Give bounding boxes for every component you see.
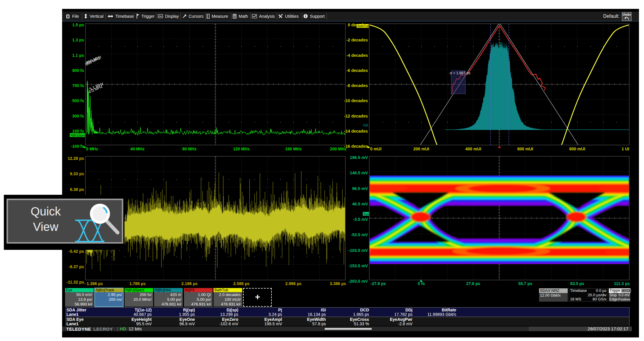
- svg-text:RjBUjSpect: RjBUjSpect: [71, 133, 87, 137]
- svg-text:-153.5 mV: -153.5 mV: [349, 263, 368, 268]
- svg-text:-8 decades: -8 decades: [347, 83, 368, 88]
- svg-text:1.5 ps: 1.5 ps: [72, 22, 84, 27]
- svg-text:83.5 ps: 83.5 ps: [570, 281, 584, 286]
- svg-text:200 mUI: 200 mUI: [413, 147, 429, 151]
- svg-text:-27.8 ps: -27.8 ps: [370, 281, 386, 286]
- svg-text:-53.5 mV: -53.5 mV: [351, 232, 368, 237]
- svg-text:100 fs: 100 fs: [72, 129, 84, 133]
- svg-text:27.8 ps: 27.8 ps: [466, 281, 480, 286]
- svg-text:0 fs: 0 fs: [418, 281, 425, 286]
- svg-text:1.786 µs: 1.786 µs: [129, 281, 145, 286]
- svg-text:196.5 mV: 196.5 mV: [350, 155, 368, 160]
- svg-text:900 fs: 900 fs: [72, 68, 84, 73]
- svg-text:80 MHz: 80 MHz: [182, 147, 196, 151]
- svg-text:9.33 ps: 9.33 ps: [70, 171, 84, 176]
- svg-text:2.586 µs: 2.586 µs: [233, 281, 250, 286]
- svg-text:700 fs: 700 fs: [72, 83, 84, 88]
- svg-text:σ = 1.697 ps: σ = 1.697 ps: [450, 71, 470, 75]
- svg-text:-6 decades: -6 decades: [347, 68, 368, 73]
- svg-text:120 MHz: 120 MHz: [233, 147, 250, 151]
- svg-text:96.5 mV: 96.5 mV: [352, 186, 368, 191]
- svg-text:1 UI: 1 UI: [622, 147, 629, 151]
- svg-text:1.386 µs: 1.386 µs: [87, 281, 103, 286]
- svg-text:←: ←: [83, 281, 87, 285]
- svg-text:-12 decades: -12 decades: [344, 114, 368, 118]
- svg-text:12.28 ps: 12.28 ps: [68, 156, 84, 161]
- svg-text:-10 decades: -10 decades: [344, 98, 368, 103]
- svg-text:-11.32 ps: -11.32 ps: [67, 280, 84, 284]
- svg-text:-16 decades: -16 decades: [344, 144, 368, 149]
- svg-text:6.38 ps: 6.38 ps: [70, 187, 84, 192]
- svg-text:146.5 mV: 146.5 mV: [350, 170, 368, 175]
- svg-text:-203.5 mV: -203.5 mV: [349, 279, 368, 284]
- svg-text:1.1 ps: 1.1 ps: [72, 53, 84, 58]
- svg-text:1.3 ps: 1.3 ps: [72, 38, 84, 42]
- svg-text:2.986 µs: 2.986 µs: [285, 281, 302, 286]
- svg-text:3.386 µs: 3.386 µs: [330, 281, 346, 286]
- svg-text:0 mUI: 0 mUI: [370, 147, 381, 151]
- svg-text:500 fs: 500 fs: [72, 98, 84, 103]
- svg-text:800 mUI: 800 mUI: [569, 147, 585, 151]
- svg-text:-14 decades: -14 decades: [344, 129, 368, 133]
- svg-text:46.5 mV: 46.5 mV: [352, 202, 368, 206]
- svg-text:55.7 ps: 55.7 ps: [518, 281, 533, 286]
- svg-text:BathTub: BathTub: [357, 24, 369, 28]
- svg-text:-100 fs: -100 fs: [71, 144, 84, 149]
- svg-text:400 mUI: 400 mUI: [465, 147, 481, 151]
- svg-text:-4 decades: -4 decades: [347, 53, 368, 58]
- svg-text:-8.37 ps: -8.37 ps: [69, 264, 84, 269]
- svg-text:RjB.: RjB.: [363, 123, 369, 127]
- svg-text:600 mUI: 600 mUI: [517, 147, 533, 151]
- svg-text:-3.5 mV: -3.5 mV: [353, 217, 368, 222]
- svg-text:-2 decades: -2 decades: [347, 38, 368, 42]
- svg-text:0 MHz: 0 MHz: [86, 147, 98, 151]
- svg-text:-103.5 mV: -103.5 mV: [349, 248, 368, 253]
- svg-text:40 MHz: 40 MHz: [130, 147, 145, 151]
- svg-text:Eye: Eye: [364, 212, 369, 216]
- svg-text:160 MHz: 160 MHz: [285, 147, 302, 151]
- svg-text:111.3 ps: 111.3 ps: [614, 281, 630, 286]
- svg-text:2.186 µs: 2.186 µs: [181, 281, 198, 286]
- svg-text:300 fs: 300 fs: [72, 114, 84, 118]
